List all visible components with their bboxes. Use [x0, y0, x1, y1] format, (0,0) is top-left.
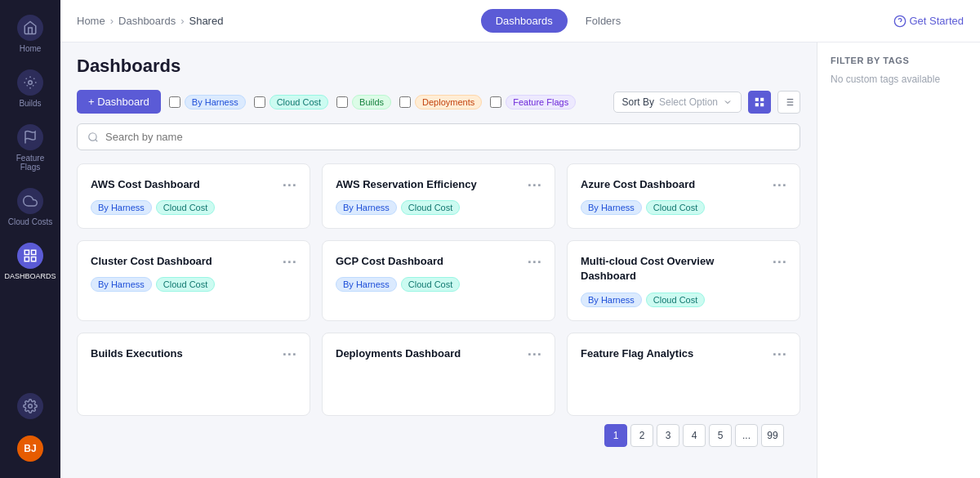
- card-title: Multi-cloud Cost Overview Dashboard: [581, 254, 772, 284]
- filter-builds-checkbox[interactable]: [336, 96, 348, 108]
- breadcrumb: Home › Dashboards › Shared: [77, 15, 223, 27]
- search-input[interactable]: [105, 131, 790, 143]
- dashboard-card[interactable]: GCP Cost Dashboard⋯By HarnessCloud Cost: [322, 240, 555, 320]
- list-view-button[interactable]: [777, 91, 800, 114]
- page-title: Dashboards: [77, 56, 180, 77]
- filter-cloud-cost[interactable]: Cloud Cost: [254, 95, 328, 109]
- cloud-icon: [17, 188, 43, 214]
- svg-rect-2: [24, 250, 29, 254]
- add-dashboard-button[interactable]: + Dashboard: [77, 90, 161, 114]
- card-menu-button[interactable]: ⋯: [282, 177, 296, 192]
- card-title: AWS Cost Dashboard: [91, 177, 282, 192]
- home-icon: [17, 15, 43, 41]
- card-tags: By HarnessCloud Cost: [91, 277, 296, 292]
- feature-flags-tag: Feature Flags: [506, 95, 576, 109]
- dashboard-card[interactable]: AWS Cost Dashboard⋯By HarnessCloud Cost: [77, 163, 310, 229]
- page-button[interactable]: 99: [761, 424, 784, 447]
- page-button[interactable]: ...: [735, 424, 758, 447]
- svg-rect-9: [755, 97, 759, 101]
- sidebar-item-builds[interactable]: Builds: [4, 63, 56, 114]
- dashboard-card[interactable]: Cluster Cost Dashboard⋯By HarnessCloud C…: [77, 240, 310, 320]
- grid-view-button[interactable]: [748, 91, 771, 114]
- sidebar-item-home[interactable]: Home: [4, 8, 56, 60]
- dashboard-card[interactable]: Multi-cloud Cost Overview Dashboard⋯By H…: [567, 240, 800, 320]
- cloud-cost-tag: Cloud Cost: [270, 95, 328, 109]
- filter-cloud-cost-checkbox[interactable]: [254, 96, 265, 108]
- card-tag: By Harness: [336, 200, 397, 215]
- no-tags-message: No custom tags available: [831, 74, 967, 85]
- avatar[interactable]: BJ: [17, 436, 43, 462]
- sidebar-item-dashboards[interactable]: DASHBOARDS: [4, 236, 56, 287]
- card-tag: Cloud Cost: [401, 277, 460, 292]
- card-tags: By HarnessCloud Cost: [581, 200, 786, 215]
- sidebar-item-label: Cloud Costs: [8, 217, 52, 226]
- card-menu-button[interactable]: ⋯: [527, 177, 541, 192]
- breadcrumb-sep1: ›: [110, 15, 114, 27]
- top-nav: Home › Dashboards › Shared Dashboards Fo…: [60, 0, 980, 42]
- card-tags: By HarnessCloud Cost: [581, 293, 786, 307]
- card-tags: By HarnessCloud Cost: [336, 277, 541, 292]
- card-title: Deployments Dashboard: [336, 346, 527, 361]
- page-button[interactable]: 5: [709, 424, 732, 447]
- card-title: Builds Executions: [91, 346, 282, 361]
- page-button[interactable]: 4: [683, 424, 706, 447]
- pagination: 12345...99: [77, 416, 800, 455]
- filter-builds[interactable]: Builds: [336, 95, 391, 109]
- breadcrumb-home[interactable]: Home: [77, 15, 105, 27]
- card-title: Feature Flag Analytics: [581, 346, 772, 361]
- dashboard-card[interactable]: Deployments Dashboard⋯: [322, 333, 555, 416]
- by-harness-tag: By Harness: [185, 95, 246, 109]
- sidebar-item-label: DASHBOARDS: [5, 272, 56, 280]
- chevron-down-icon: [723, 97, 733, 107]
- card-menu-button[interactable]: ⋯: [527, 346, 541, 361]
- filter-deployments[interactable]: Deployments: [399, 95, 482, 109]
- svg-point-19: [89, 132, 96, 140]
- card-menu-button[interactable]: ⋯: [527, 254, 541, 269]
- filter-feature-flags[interactable]: Feature Flags: [490, 95, 576, 109]
- card-title: GCP Cost Dashboard: [336, 254, 527, 269]
- card-tag: Cloud Cost: [401, 200, 460, 215]
- card-tag: Cloud Cost: [646, 293, 705, 307]
- card-menu-button[interactable]: ⋯: [772, 346, 786, 361]
- card-menu-button[interactable]: ⋯: [282, 346, 296, 361]
- right-panel: FILTER BY TAGS No custom tags available: [817, 42, 980, 478]
- card-tag: Cloud Cost: [156, 277, 215, 292]
- toolbar-left: + Dashboard By Harness Cloud Cost Builds: [77, 90, 576, 114]
- card-menu-button[interactable]: ⋯: [282, 254, 296, 269]
- card-menu-button[interactable]: ⋯: [772, 254, 786, 269]
- card-tag: By Harness: [336, 277, 397, 292]
- page-button[interactable]: 1: [604, 424, 627, 447]
- filter-by-harness-checkbox[interactable]: [169, 96, 180, 108]
- filter-feature-flags-checkbox[interactable]: [490, 96, 501, 108]
- card-tag: By Harness: [91, 200, 152, 215]
- filter-by-harness[interactable]: By Harness: [169, 95, 246, 109]
- sidebar-item-feature-flags[interactable]: Feature Flags: [4, 118, 56, 178]
- sidebar-item-settings[interactable]: [4, 386, 56, 426]
- tab-folders[interactable]: Folders: [571, 9, 635, 33]
- sidebar-item-label: Builds: [19, 99, 41, 108]
- filter-deployments-checkbox[interactable]: [399, 96, 411, 108]
- svg-rect-10: [760, 97, 764, 101]
- breadcrumb-sep2: ›: [180, 15, 184, 27]
- tab-dashboards[interactable]: Dashboards: [481, 9, 568, 33]
- dashboard-card[interactable]: AWS Reservation Efficiency⋯By HarnessClo…: [322, 163, 555, 229]
- breadcrumb-dashboards[interactable]: Dashboards: [118, 15, 176, 27]
- search-icon: [87, 132, 99, 143]
- sort-select[interactable]: Sort By Select Option: [613, 92, 742, 113]
- page-button[interactable]: 3: [657, 424, 679, 447]
- sidebar-item-label: Home: [20, 44, 42, 53]
- dashboard-card[interactable]: Feature Flag Analytics⋯: [567, 333, 800, 416]
- card-menu-button[interactable]: ⋯: [772, 177, 786, 192]
- card-tags: By HarnessCloud Cost: [336, 200, 541, 215]
- card-tag: Cloud Cost: [156, 200, 215, 215]
- dashboard-card[interactable]: Builds Executions⋯: [77, 333, 310, 416]
- dashboards-icon: [17, 243, 43, 269]
- sidebar-item-cloud-costs[interactable]: Cloud Costs: [4, 181, 56, 233]
- get-started-link[interactable]: Get Started: [893, 15, 964, 28]
- sort-label: Sort By: [622, 96, 654, 108]
- card-tag: By Harness: [91, 277, 152, 292]
- dashboard-card[interactable]: Azure Cost Dashboard⋯By HarnessCloud Cos…: [567, 163, 800, 229]
- svg-point-0: [29, 81, 33, 85]
- svg-rect-5: [24, 257, 29, 261]
- page-button[interactable]: 2: [630, 424, 653, 447]
